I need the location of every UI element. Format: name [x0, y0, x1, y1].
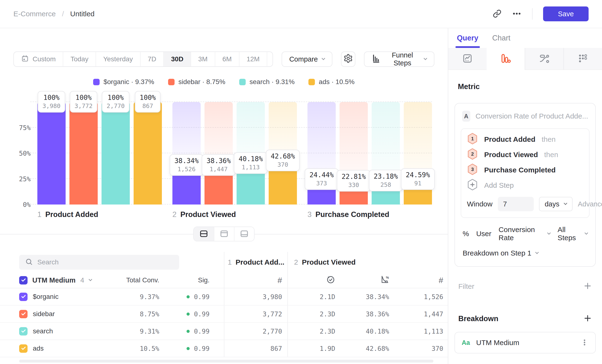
funnel-bar[interactable]: [37, 102, 66, 204]
metric-title[interactable]: Conversion Rate of Product Adde...: [476, 112, 588, 120]
step2-count-column-header[interactable]: #: [389, 273, 444, 288]
legend-label: ads · 10.5%: [319, 78, 355, 86]
advanced-toggle[interactable]: Advanced: [578, 200, 602, 208]
legend-swatch: [93, 79, 100, 85]
table-search[interactable]: [19, 255, 179, 270]
range-3m[interactable]: 3M: [191, 52, 215, 66]
significance-dot: [187, 312, 190, 316]
add-step-button[interactable]: Add Step: [467, 178, 583, 193]
query-step-row[interactable]: 3Purchase Completed: [467, 162, 583, 178]
layout-table-only-button[interactable]: [234, 227, 254, 241]
horizontal-scrollbar[interactable]: [19, 360, 433, 363]
range-7d[interactable]: 7D: [140, 52, 164, 66]
legend-label: $organic · 9.37%: [103, 78, 154, 86]
legend-item[interactable]: sidebar · 8.75%: [168, 78, 225, 86]
row-checkbox[interactable]: [19, 293, 28, 301]
bar-value-label: 40.18%1,113: [234, 152, 268, 174]
layout-chart-only-button[interactable]: [214, 227, 234, 241]
counting-method-select[interactable]: User: [476, 230, 491, 238]
chart-legend: $organic · 9.37%sidebar · 8.75%search · …: [0, 78, 448, 86]
dimension-column-header[interactable]: UTM Medium: [32, 276, 75, 284]
range-yesterday[interactable]: Yesterday: [96, 52, 140, 66]
range-custom[interactable]: Custom: [14, 52, 63, 66]
row-checkbox[interactable]: [19, 310, 28, 318]
bar-value-label: 24.44%373: [305, 168, 338, 190]
add-breakdown-button[interactable]: [583, 314, 592, 323]
bar-slot: 38.34%1,526: [172, 102, 201, 204]
breakdown-property-card[interactable]: Aa UTM Medium: [454, 332, 596, 353]
filter-section-label: Filter: [458, 282, 474, 290]
tab-query[interactable]: Query: [457, 28, 478, 48]
save-button[interactable]: Save: [543, 6, 589, 21]
tab-flows[interactable]: [525, 48, 563, 70]
select-all-checkbox[interactable]: [19, 276, 28, 285]
range-xtd[interactable]: XTD: [267, 52, 273, 66]
tab-insights[interactable]: [448, 48, 487, 70]
legend-item[interactable]: search · 9.31%: [239, 78, 295, 86]
avg-time-value: 2.3D: [287, 323, 335, 340]
step2-time-column-header[interactable]: [287, 273, 335, 288]
layout-split-button[interactable]: [194, 227, 214, 241]
bar-slot: 100%2,770: [102, 102, 130, 204]
chart-view-selector[interactable]: Funnel Steps: [364, 52, 434, 67]
funnel-bar[interactable]: [102, 102, 130, 204]
bar-slot: 100%3,980: [37, 102, 66, 204]
chart-settings-button[interactable]: [341, 52, 355, 67]
range-6m[interactable]: 6M: [215, 52, 239, 66]
search-input[interactable]: [37, 258, 173, 266]
legend-item[interactable]: $organic · 9.37%: [93, 78, 154, 86]
metric-type-select[interactable]: Conversion Rate: [499, 225, 550, 242]
query-step-row[interactable]: 1Product Addedthen: [467, 132, 583, 147]
breakdown-section-label: Breakdown: [458, 314, 498, 323]
window-value-input[interactable]: [498, 197, 534, 211]
chevron-down-icon[interactable]: [88, 277, 92, 281]
add-step-label: Add Step: [484, 181, 514, 189]
copy-link-button[interactable]: [493, 9, 501, 19]
row-checkbox[interactable]: [19, 327, 28, 335]
sig-column-header[interactable]: Sig.: [159, 273, 224, 288]
range-12m[interactable]: 12M: [239, 52, 267, 66]
funnel-bar[interactable]: [134, 102, 162, 204]
breakdown-options-button[interactable]: [580, 338, 589, 347]
step2-count-value: 1,526: [389, 288, 444, 305]
table-row[interactable]: ads10.5%0.998671.9D42.68%370: [0, 340, 448, 357]
row-checkbox[interactable]: [19, 344, 28, 353]
step1-count-column-header[interactable]: #: [224, 273, 287, 288]
sig-value: 0.99: [159, 306, 224, 322]
table-row[interactable]: sidebar8.75%0.993,7722.3D38.36%1,447: [0, 306, 448, 323]
percent-toggle[interactable]: %: [463, 230, 469, 238]
step-name: Product Viewed: [302, 258, 356, 266]
bar-percent: 100%: [75, 93, 92, 102]
range-30d[interactable]: 30D: [164, 52, 191, 66]
add-filter-button[interactable]: [583, 282, 592, 291]
more-options-button[interactable]: [512, 9, 522, 19]
bar-value-label: 100%867: [135, 91, 161, 113]
funnel-bar[interactable]: [69, 102, 98, 204]
compare-button[interactable]: Compare: [282, 52, 332, 67]
breadcrumb-project[interactable]: E-Commerce: [13, 10, 56, 18]
avg-time-value: 1.9D: [287, 340, 335, 357]
table-step2-group-header[interactable]: 2 Product Viewed: [287, 252, 444, 273]
svg-text:1: 1: [471, 136, 474, 141]
total-conv-column-header[interactable]: Total Conv.: [126, 273, 159, 288]
window-unit-select[interactable]: days: [539, 197, 572, 211]
table-row[interactable]: $organic9.37%0.993,9802.1D38.34%1,526: [0, 288, 448, 306]
range-label: 30D: [171, 55, 183, 63]
breadcrumb-report-name[interactable]: Untitled: [70, 10, 95, 18]
step2-rate-column-header[interactable]: %: [335, 273, 389, 288]
table-step1-group-header[interactable]: 1 Product Add...: [224, 252, 287, 273]
step-hexagon-badge: 1: [467, 133, 478, 146]
tab-chart[interactable]: Chart: [492, 28, 511, 48]
bar-count: 2,770: [107, 102, 125, 110]
bar-value-label: 100%3,980: [38, 91, 65, 113]
table-row[interactable]: search9.31%0.992,7702.3D40.18%1,113: [0, 323, 448, 340]
tab-funnels[interactable]: [487, 48, 525, 70]
breakdown-on-select[interactable]: Breakdown on Step 1: [463, 249, 588, 257]
legend-item[interactable]: ads · 10.5%: [308, 78, 355, 86]
chevron-down-icon: [564, 201, 568, 205]
range-today[interactable]: Today: [63, 52, 96, 66]
tab-retention[interactable]: [563, 48, 602, 70]
bar-slot: 42.68%370: [269, 102, 297, 204]
query-step-row[interactable]: 2Product Viewedthen: [467, 147, 583, 162]
steps-scope-select[interactable]: All Steps: [558, 225, 588, 242]
